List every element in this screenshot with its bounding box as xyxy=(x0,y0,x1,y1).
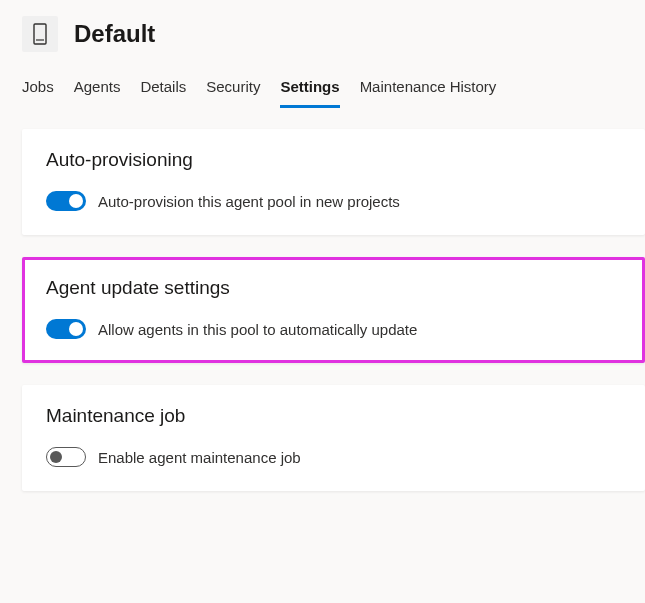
settings-content: Auto-provisioning Auto-provision this ag… xyxy=(0,109,645,491)
agent-update-title: Agent update settings xyxy=(46,277,621,299)
auto-provisioning-label: Auto-provision this agent pool in new pr… xyxy=(98,193,400,210)
auto-provisioning-row: Auto-provision this agent pool in new pr… xyxy=(46,191,621,211)
maintenance-job-row: Enable agent maintenance job xyxy=(46,447,621,467)
tab-agents[interactable]: Agents xyxy=(74,72,121,108)
page-header: Default xyxy=(0,0,645,60)
auto-provisioning-title: Auto-provisioning xyxy=(46,149,621,171)
maintenance-job-title: Maintenance job xyxy=(46,405,621,427)
agent-update-label: Allow agents in this pool to automatical… xyxy=(98,321,417,338)
tab-bar: Jobs Agents Details Security Settings Ma… xyxy=(0,60,645,109)
toggle-knob xyxy=(69,322,83,336)
page-title: Default xyxy=(74,20,155,48)
tab-jobs[interactable]: Jobs xyxy=(22,72,54,108)
toggle-knob xyxy=(69,194,83,208)
pool-icon xyxy=(22,16,58,52)
toggle-knob xyxy=(50,451,62,463)
agent-update-row: Allow agents in this pool to automatical… xyxy=(46,319,621,339)
maintenance-job-card: Maintenance job Enable agent maintenance… xyxy=(22,385,645,491)
tab-security[interactable]: Security xyxy=(206,72,260,108)
tab-maintenance-history[interactable]: Maintenance History xyxy=(360,72,497,108)
maintenance-job-label: Enable agent maintenance job xyxy=(98,449,301,466)
auto-provisioning-card: Auto-provisioning Auto-provision this ag… xyxy=(22,129,645,235)
auto-provisioning-toggle[interactable] xyxy=(46,191,86,211)
tab-settings[interactable]: Settings xyxy=(280,72,339,108)
svg-rect-0 xyxy=(34,24,46,44)
maintenance-job-toggle[interactable] xyxy=(46,447,86,467)
agent-update-toggle[interactable] xyxy=(46,319,86,339)
agent-update-card: Agent update settings Allow agents in th… xyxy=(22,257,645,363)
tab-details[interactable]: Details xyxy=(140,72,186,108)
